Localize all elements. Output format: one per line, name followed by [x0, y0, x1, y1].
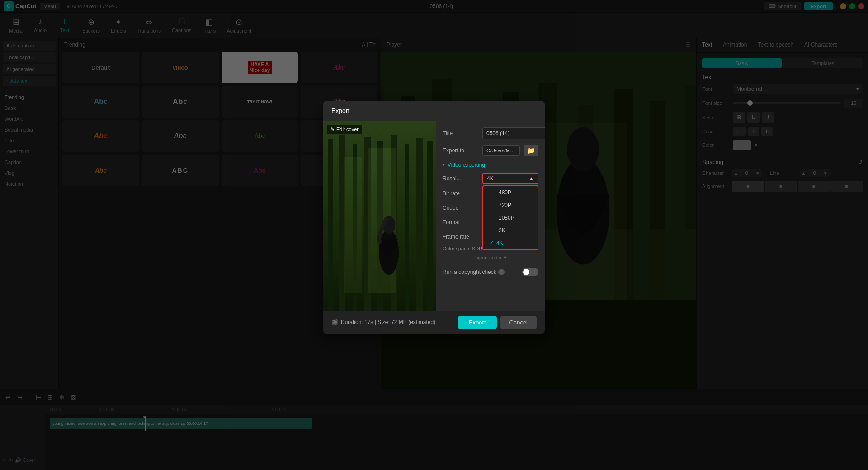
modal-overlay: Export: [0, 0, 868, 470]
resolution-value: 4K: [487, 175, 494, 182]
resolution-row: Resol... 4K ▲ 480P: [443, 173, 538, 184]
info-icon: i: [498, 269, 505, 275]
resolution-dropdown-menu: 480P 720P 1080P: [482, 185, 538, 250]
bitrate-label: Bit rate: [443, 190, 479, 197]
cancel-button[interactable]: Cancel: [500, 316, 537, 329]
resolution-dropdown-btn[interactable]: 4K ▲: [482, 173, 538, 184]
film-icon: 🎬: [331, 319, 338, 325]
modal-preview: ✎ Edit cover: [323, 121, 436, 311]
svg-rect-21: [328, 139, 333, 311]
svg-rect-30: [344, 157, 362, 293]
title-row: Title: [443, 127, 538, 139]
framerate-label: Frame rate: [443, 234, 479, 240]
res-option-4k[interactable]: ✓ 4K: [483, 237, 538, 249]
export-audio-toggle[interactable]: Export audio ▼: [443, 255, 538, 260]
format-label: Format: [443, 219, 479, 226]
video-exporting-toggle[interactable]: Video exporting: [443, 162, 538, 168]
export-to-label: Export to: [443, 147, 479, 154]
footer-buttons: Export Cancel: [458, 316, 537, 329]
chevron-up-icon: ▲: [528, 175, 534, 182]
svg-rect-28: [416, 138, 423, 311]
toggle-knob: [523, 269, 529, 275]
svg-rect-27: [405, 144, 409, 311]
footer-info: 🎬 Duration: 17s | Size: 72 MB (estimated…: [331, 319, 435, 325]
export-path-input[interactable]: [482, 145, 520, 156]
browse-button[interactable]: 📁: [524, 145, 538, 156]
copyright-toggle[interactable]: [522, 268, 538, 276]
resolution-label: Resol...: [443, 175, 479, 182]
copyright-row: Run a copyright check i: [443, 264, 538, 280]
duration-info: Duration: 17s | Size: 72 MB (estimated): [341, 319, 435, 325]
res-option-2k[interactable]: 2K: [483, 224, 538, 237]
svg-rect-29: [427, 141, 433, 311]
copyright-label: Run a copyright check i: [443, 269, 505, 275]
res-option-720p[interactable]: 720P: [483, 199, 538, 212]
preview-image: [323, 121, 436, 311]
resolution-dropdown: 4K ▲ 480P 720P: [482, 173, 538, 184]
modal-body: ✎ Edit cover Title Export to 📁 Video exp…: [323, 121, 545, 311]
edit-cover-button[interactable]: ✎ Edit cover: [327, 125, 362, 134]
check-icon: ✓: [490, 240, 494, 246]
res-option-1080p[interactable]: 1080P: [483, 212, 538, 224]
edit-icon: ✎: [330, 127, 335, 132]
codec-label: Codec: [443, 205, 479, 211]
export-to-row: Export to 📁: [443, 145, 538, 156]
res-option-480p[interactable]: 480P: [483, 186, 538, 199]
modal-title: Export: [323, 101, 545, 121]
title-label: Title: [443, 130, 479, 136]
title-input[interactable]: [482, 127, 545, 139]
export-modal: Export: [323, 101, 545, 334]
modal-footer: 🎬 Duration: 17s | Size: 72 MB (estimated…: [323, 311, 545, 334]
export-confirm-button[interactable]: Export: [458, 316, 497, 329]
modal-form: Title Export to 📁 Video exporting Resol.…: [436, 121, 545, 311]
